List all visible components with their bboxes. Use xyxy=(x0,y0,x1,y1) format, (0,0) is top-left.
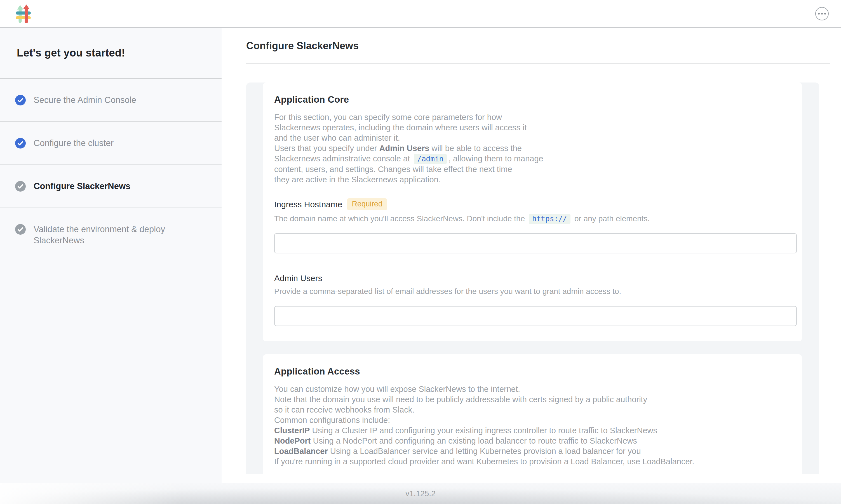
required-badge: Required xyxy=(347,198,387,210)
step-list: Secure the Admin Console Configure the c… xyxy=(0,79,221,262)
sidebar-title: Let's get you started! xyxy=(17,47,125,59)
field-label: Ingress Hostname xyxy=(274,200,342,209)
check-circle-icon xyxy=(15,95,26,105)
card-title: Application Core xyxy=(274,94,798,105)
admin-users-field: Admin Users Provide a comma-separated li… xyxy=(274,273,798,326)
step-validate-and-deploy[interactable]: Validate the environment & deploy Slacke… xyxy=(0,208,221,262)
step-configure-cluster[interactable]: Configure the cluster xyxy=(0,122,221,165)
card-description: You can customize how you will expose Sl… xyxy=(274,384,798,467)
app-logo-icon xyxy=(16,4,31,23)
card-description: For this section, you can specify some c… xyxy=(274,112,798,185)
step-label: Secure the Admin Console xyxy=(34,94,136,106)
admin-users-input[interactable] xyxy=(274,306,797,326)
application-access-card: Application Access You can customize how… xyxy=(263,354,802,500)
overflow-menu-button[interactable] xyxy=(815,7,829,20)
step-label: Validate the environment & deploy Slacke… xyxy=(34,224,182,246)
version-footer: v1.125.2 xyxy=(0,483,841,504)
ingress-hostname-field: Ingress Hostname Required The domain nam… xyxy=(274,198,798,253)
field-help-text: The domain name at which you'll access S… xyxy=(274,214,798,224)
config-main-area: Configure SlackerNews Application Core F… xyxy=(221,28,841,504)
step-label: Configure SlackerNews xyxy=(34,181,130,192)
config-panel: Application Core For this section, you c… xyxy=(246,83,819,474)
field-help-text: Provide a comma-separated list of email … xyxy=(274,286,798,296)
setup-steps-sidebar: Let's get you started! Secure the Admin … xyxy=(0,28,221,504)
step-secure-admin-console[interactable]: Secure the Admin Console xyxy=(0,79,221,122)
ingress-hostname-input[interactable] xyxy=(274,233,797,253)
check-circle-icon xyxy=(15,138,26,148)
application-core-card: Application Core For this section, you c… xyxy=(263,83,802,341)
field-label: Admin Users xyxy=(274,273,322,283)
check-circle-icon xyxy=(15,224,26,235)
page-title: Configure SlackerNews xyxy=(246,40,841,52)
version-label: v1.125.2 xyxy=(406,489,435,498)
check-circle-icon xyxy=(15,181,26,192)
step-configure-slackernews[interactable]: Configure SlackerNews xyxy=(0,165,221,208)
step-label: Configure the cluster xyxy=(34,138,113,149)
title-divider xyxy=(246,63,830,64)
top-bar xyxy=(0,0,841,28)
ellipsis-icon xyxy=(818,13,820,15)
card-title: Application Access xyxy=(274,366,798,377)
sidebar-title-block: Let's get you started! xyxy=(0,28,221,79)
